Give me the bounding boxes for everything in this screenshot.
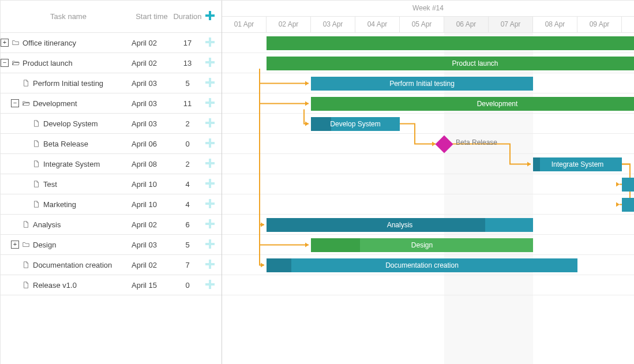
collapse-icon[interactable]: −: [11, 99, 19, 107]
expand-icon[interactable]: +: [11, 241, 19, 249]
day-header-cell: 05 Apr: [400, 17, 444, 32]
col-header-name: Task name: [5, 12, 132, 21]
task-name: Design: [33, 241, 132, 249]
add-task-icon[interactable]: [205, 11, 215, 20]
add-subtask-icon[interactable]: [205, 219, 215, 228]
add-subtask-icon[interactable]: [205, 37, 215, 47]
task-bar[interactable]: Documentation creation: [267, 258, 577, 272]
task-bar[interactable]: Development: [311, 97, 634, 111]
task-duration: 5: [172, 79, 203, 88]
task-row[interactable]: Integrate SystemApril 082: [1, 154, 222, 174]
add-subtask-icon[interactable]: [205, 159, 215, 168]
task-bar[interactable]: Develop System: [311, 117, 400, 131]
add-subtask-icon[interactable]: [205, 239, 215, 249]
task-bar[interactable]: Analysis: [267, 218, 533, 232]
day-header-cell: 01 Apr: [222, 17, 267, 32]
task-row[interactable]: +Office itinerancyApril 0217: [1, 33, 222, 53]
task-name: Product launch: [22, 59, 132, 67]
gantt-chart: Task name Start time Duration +Office it…: [0, 0, 634, 364]
task-row[interactable]: Beta ReleaseApril 060: [1, 134, 222, 154]
task-row[interactable]: Perform Initial testingApril 035: [1, 73, 222, 93]
task-bar[interactable]: Product launch: [267, 57, 634, 70]
task-grid: Task name Start time Duration +Office it…: [1, 1, 222, 364]
file-icon: [32, 200, 41, 209]
file-icon: [32, 159, 41, 168]
task-progress: [267, 36, 634, 50]
task-row[interactable]: Documentation creationApril 027: [1, 255, 222, 275]
file-icon: [21, 260, 31, 269]
task-row[interactable]: −DevelopmentApril 0311: [1, 93, 222, 114]
task-row[interactable]: TestApril 104: [1, 174, 222, 194]
task-name: Analysis: [33, 220, 132, 229]
task-name: Perform Initial testing: [33, 79, 132, 88]
day-header-cell: 06 Apr: [444, 17, 489, 32]
add-subtask-icon[interactable]: [205, 78, 215, 87]
task-bar[interactable]: [622, 198, 634, 212]
task-start: April 02: [132, 220, 172, 229]
task-name: Test: [43, 180, 132, 189]
task-bar[interactable]: Perform Initial testing: [311, 77, 533, 91]
task-start: April 10: [132, 180, 172, 189]
add-subtask-icon[interactable]: [205, 98, 215, 107]
task-row[interactable]: MarketingApril 104: [1, 194, 222, 215]
timeline[interactable]: Week #14 01 Apr02 Apr03 Apr04 Apr05 Apr0…: [222, 1, 634, 364]
task-bar[interactable]: [622, 178, 634, 192]
task-row[interactable]: AnalysisApril 026: [1, 215, 222, 235]
file-icon: [21, 78, 31, 88]
task-name: Develop System: [43, 119, 132, 128]
task-start: April 02: [132, 39, 172, 47]
task-duration: 11: [172, 99, 203, 108]
task-start: April 15: [132, 281, 172, 290]
timeline-header-week: Week #14: [222, 1, 634, 17]
chart-row: Perform Initial testing: [222, 73, 634, 93]
task-duration: 4: [172, 180, 203, 189]
add-subtask-icon[interactable]: [205, 260, 215, 269]
folder-open-icon: [21, 99, 31, 108]
task-row[interactable]: Release v1.0April 150: [1, 275, 222, 295]
expand-icon[interactable]: +: [1, 39, 9, 47]
collapse-icon[interactable]: −: [1, 59, 9, 67]
task-duration: 5: [172, 241, 203, 249]
task-add-cell: [203, 159, 217, 170]
add-subtask-icon[interactable]: [205, 280, 215, 289]
task-progress: [267, 258, 291, 272]
task-name: Marketing: [43, 200, 132, 209]
milestone[interactable]: [435, 135, 453, 153]
add-subtask-icon[interactable]: [205, 199, 215, 208]
chart-row: [222, 275, 634, 295]
chart-row: Beta Release: [222, 134, 634, 154]
task-row[interactable]: Develop SystemApril 032: [1, 114, 222, 134]
day-header-cell: 04 Apr: [355, 17, 400, 32]
chart-row: Develop System: [222, 114, 634, 134]
task-bar[interactable]: Integrate System: [533, 157, 622, 171]
col-header-start: Start time: [132, 12, 172, 21]
col-header-duration: Duration: [172, 12, 203, 21]
folder-icon: [21, 240, 31, 249]
task-add-cell: [203, 280, 217, 291]
day-header-cell: 08 Apr: [533, 17, 577, 32]
task-name: Release v1.0: [33, 281, 132, 290]
task-row[interactable]: −Product launchApril 0213: [1, 53, 222, 73]
add-subtask-icon[interactable]: [205, 118, 215, 127]
add-subtask-icon[interactable]: [205, 179, 215, 188]
task-name: Beta Release: [43, 140, 132, 148]
file-icon: [32, 139, 41, 148]
timeline-header-days: 01 Apr02 Apr03 Apr04 Apr05 Apr06 Apr07 A…: [222, 17, 634, 33]
task-start: April 02: [132, 59, 172, 67]
task-start: April 10: [132, 200, 172, 209]
add-subtask-icon[interactable]: [205, 138, 215, 148]
task-start: April 03: [132, 99, 172, 108]
file-icon: [32, 179, 41, 189]
file-icon: [21, 220, 31, 229]
add-subtask-icon[interactable]: [205, 58, 215, 67]
task-bar[interactable]: Offic: [267, 36, 634, 50]
task-add-cell: [203, 98, 217, 109]
task-bar[interactable]: Design: [311, 238, 533, 252]
task-add-cell: [203, 239, 217, 250]
task-progress: [533, 157, 540, 171]
chart-row: [222, 174, 634, 194]
task-start: April 06: [132, 140, 172, 148]
task-row[interactable]: +DesignApril 035: [1, 235, 222, 255]
chart-row: Product launch: [222, 53, 634, 73]
day-header-cell: 10 Apr: [622, 17, 634, 32]
